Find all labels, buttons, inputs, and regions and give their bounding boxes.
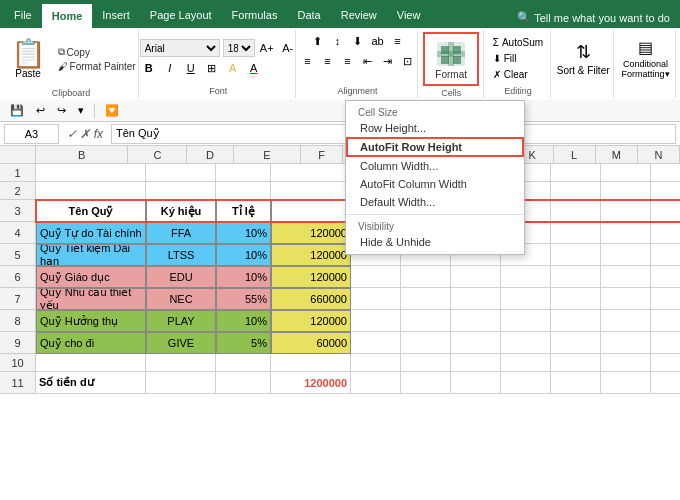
cell-l9[interactable] <box>651 332 680 354</box>
cell-e4[interactable]: 120000 <box>271 222 351 244</box>
cell-l11[interactable] <box>651 372 680 394</box>
col-header-m[interactable]: M <box>596 146 638 164</box>
increase-font-button[interactable]: A+ <box>258 39 276 57</box>
cell-c6[interactable]: EDU <box>146 266 216 288</box>
autofit-column-width-item[interactable]: AutoFit Column Width <box>346 175 524 193</box>
cell-d8[interactable]: 10% <box>216 310 271 332</box>
merge-button[interactable]: ⊡ <box>399 52 417 70</box>
tab-view[interactable]: View <box>387 2 431 28</box>
decrease-indent-button[interactable]: ⇤ <box>359 52 377 70</box>
hide-unhide-item[interactable]: Hide & Unhide <box>346 233 524 251</box>
undo-button[interactable]: ↩ <box>32 102 49 119</box>
row-header-6[interactable]: 6 <box>0 266 36 288</box>
cell-k3[interactable] <box>601 200 651 222</box>
decrease-font-button[interactable]: A- <box>279 39 297 57</box>
cell-j6[interactable] <box>551 266 601 288</box>
cell-j10[interactable] <box>551 354 601 372</box>
align-top-button[interactable]: ⬆ <box>309 32 327 50</box>
cell-k2[interactable] <box>601 182 651 200</box>
cell-l6[interactable] <box>651 266 680 288</box>
increase-indent-button[interactable]: ⇥ <box>379 52 397 70</box>
cell-j5[interactable] <box>551 244 601 266</box>
font-size-select[interactable]: 18 <box>223 39 255 57</box>
cell-k8[interactable] <box>601 310 651 332</box>
cell-c2[interactable] <box>146 182 216 200</box>
cell-e6[interactable]: 120000 <box>271 266 351 288</box>
cell-d10[interactable] <box>216 354 271 372</box>
row-header-7[interactable]: 7 <box>0 288 36 310</box>
cell-f8[interactable] <box>351 310 401 332</box>
default-width-item[interactable]: Default Width... <box>346 193 524 211</box>
fill-button[interactable]: ⬇ Fill <box>489 51 547 66</box>
row-header-4[interactable]: 4 <box>0 222 36 244</box>
row-header-2[interactable]: 2 <box>0 182 36 200</box>
angle-text-button[interactable]: ab <box>369 32 387 50</box>
cell-j8[interactable] <box>551 310 601 332</box>
cell-j9[interactable] <box>551 332 601 354</box>
tab-data[interactable]: Data <box>287 2 330 28</box>
col-header-f[interactable]: F <box>301 146 343 164</box>
filter-toggle[interactable]: 🔽 <box>101 102 123 119</box>
align-right-button[interactable]: ≡ <box>339 52 357 70</box>
cell-i7[interactable] <box>501 288 551 310</box>
cell-l3[interactable] <box>651 200 680 222</box>
align-middle-button[interactable]: ↕ <box>329 32 347 50</box>
cell-e8[interactable]: 120000 <box>271 310 351 332</box>
cell-l1[interactable] <box>651 164 680 182</box>
align-left-button[interactable]: ≡ <box>299 52 317 70</box>
cell-k4[interactable] <box>601 222 651 244</box>
cell-e7[interactable]: 660000 <box>271 288 351 310</box>
cell-c11[interactable] <box>146 372 216 394</box>
cell-k10[interactable] <box>601 354 651 372</box>
tab-page-layout[interactable]: Page Layout <box>140 2 222 28</box>
cell-k7[interactable] <box>601 288 651 310</box>
cell-d4[interactable]: 10% <box>216 222 271 244</box>
cell-b5[interactable]: Quỹ Tiết kiệm Dài hạn <box>36 244 146 266</box>
redo-button[interactable]: ↪ <box>53 102 70 119</box>
cell-j11[interactable] <box>551 372 601 394</box>
cell-h8[interactable] <box>451 310 501 332</box>
cell-d5[interactable]: 10% <box>216 244 271 266</box>
row-header-9[interactable]: 9 <box>0 332 36 354</box>
underline-button[interactable]: U <box>182 59 200 77</box>
cell-f7[interactable] <box>351 288 401 310</box>
format-button[interactable]: Format <box>423 32 479 86</box>
cell-f10[interactable] <box>351 354 401 372</box>
cell-b2[interactable] <box>36 182 146 200</box>
cell-l4[interactable] <box>651 222 680 244</box>
cell-f9[interactable] <box>351 332 401 354</box>
cell-h10[interactable] <box>451 354 501 372</box>
tab-formulas[interactable]: Formulas <box>222 2 288 28</box>
border-button[interactable]: ⊞ <box>203 59 221 77</box>
cell-l8[interactable] <box>651 310 680 332</box>
row-header-3[interactable]: 3 <box>0 200 36 222</box>
cell-e3[interactable] <box>271 200 351 222</box>
cell-c9[interactable]: GIVE <box>146 332 216 354</box>
wrap-text-button[interactable]: ≡ <box>389 32 407 50</box>
copy-button[interactable]: ⧉ Copy <box>55 45 139 59</box>
cell-j7[interactable] <box>551 288 601 310</box>
col-header-l[interactable]: L <box>554 146 596 164</box>
bold-button[interactable]: B <box>140 59 158 77</box>
cell-b9[interactable]: Quỹ cho đi <box>36 332 146 354</box>
cell-d11[interactable] <box>216 372 271 394</box>
cell-i6[interactable] <box>501 266 551 288</box>
column-width-item[interactable]: Column Width... <box>346 157 524 175</box>
tab-home[interactable]: Home <box>42 2 93 28</box>
row-header-1[interactable]: 1 <box>0 164 36 182</box>
cell-i10[interactable] <box>501 354 551 372</box>
cell-e10[interactable] <box>271 354 351 372</box>
col-header-n[interactable]: N <box>638 146 680 164</box>
autofit-row-height-item[interactable]: AutoFit Row Height <box>346 137 524 157</box>
cell-b4[interactable]: Quỹ Tự do Tài chính <box>36 222 146 244</box>
cell-e5[interactable]: 120000 <box>271 244 351 266</box>
cell-c4[interactable]: FFA <box>146 222 216 244</box>
cell-d2[interactable] <box>216 182 271 200</box>
cell-k6[interactable] <box>601 266 651 288</box>
cell-f6[interactable] <box>351 266 401 288</box>
cell-c3[interactable]: Ký hiệu <box>146 200 216 222</box>
paste-button[interactable]: 📋 Paste <box>4 32 53 86</box>
cell-d6[interactable]: 10% <box>216 266 271 288</box>
cell-g8[interactable] <box>401 310 451 332</box>
cell-l10[interactable] <box>651 354 680 372</box>
